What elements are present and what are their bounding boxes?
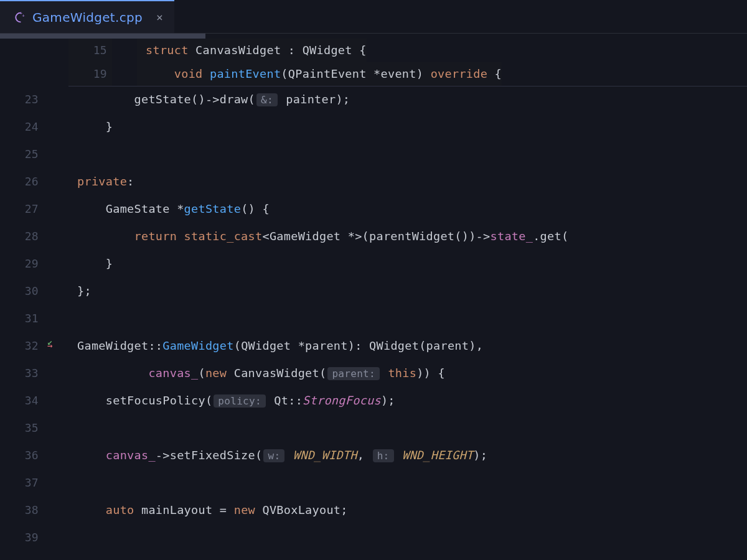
code-line[interactable]: } bbox=[68, 250, 747, 278]
inlay-hint: &: bbox=[256, 93, 278, 106]
code-line[interactable]: private: bbox=[68, 168, 747, 195]
close-icon[interactable]: × bbox=[156, 11, 163, 24]
code-line[interactable]: } bbox=[68, 113, 747, 141]
gutter-markers: ↙→ bbox=[44, 39, 68, 560]
code-line[interactable] bbox=[68, 141, 747, 168]
line-number[interactable]: 25 bbox=[0, 141, 44, 168]
line-number[interactable]: 15 bbox=[68, 39, 112, 62]
code-line[interactable]: GameState *getState() { bbox=[68, 195, 747, 223]
line-number[interactable]: 38 bbox=[0, 497, 44, 524]
code-line[interactable]: }; bbox=[68, 278, 747, 305]
line-number[interactable]: 32 bbox=[0, 332, 44, 360]
code-line[interactable] bbox=[68, 469, 747, 497]
line-number[interactable]: 37 bbox=[0, 469, 44, 497]
code-line[interactable]: canvas_(new CanvasWidget(parent: this)) … bbox=[68, 360, 747, 387]
code-line[interactable]: return static_cast<GameWidget *>(parentW… bbox=[68, 223, 747, 250]
inlay-hint: policy: bbox=[214, 394, 266, 408]
horizontal-scrollbar-thumb[interactable] bbox=[0, 34, 205, 39]
line-number[interactable]: 34 bbox=[0, 387, 44, 414]
editor-pane: 2324252627282930313233343536373839 ↙→ 15… bbox=[0, 39, 747, 560]
line-number[interactable]: 19 bbox=[68, 62, 112, 86]
code-line[interactable] bbox=[68, 305, 747, 332]
inlay-hint: parent: bbox=[327, 367, 380, 380]
line-number[interactable]: 35 bbox=[0, 414, 44, 442]
tab-bar: + + GameWidget.cpp × bbox=[0, 0, 747, 34]
line-number[interactable]: 33 bbox=[0, 360, 44, 387]
recursive-call-marker[interactable]: ↙→ bbox=[47, 337, 65, 350]
line-number[interactable]: 31 bbox=[0, 305, 44, 332]
svg-text:+: + bbox=[22, 13, 25, 19]
code-line[interactable]: GameWidget::GameWidget(QWidget *parent):… bbox=[68, 332, 747, 360]
code-line[interactable]: auto mainLayout = new QVBoxLayout; bbox=[68, 497, 747, 524]
code-line[interactable]: struct CanvasWidget : QWidget { bbox=[137, 39, 367, 62]
line-number[interactable]: 24 bbox=[0, 113, 44, 141]
tab-filename: GameWidget.cpp bbox=[32, 10, 143, 25]
line-number[interactable]: 30 bbox=[0, 278, 44, 305]
line-number[interactable]: 28 bbox=[0, 223, 44, 250]
code-line[interactable] bbox=[68, 524, 747, 551]
line-number[interactable]: 26 bbox=[0, 168, 44, 195]
line-number[interactable]: 29 bbox=[0, 250, 44, 278]
inlay-hint: w: bbox=[263, 449, 284, 462]
horizontal-scrollbar-track[interactable] bbox=[0, 34, 747, 39]
code-content: getState()->draw(&: painter); }private: … bbox=[68, 86, 747, 551]
cpp-file-icon: + + bbox=[11, 11, 25, 24]
code-area[interactable]: 15struct CanvasWidget : QWidget {19 void… bbox=[68, 39, 747, 560]
sticky-header[interactable]: 15struct CanvasWidget : QWidget {19 void… bbox=[68, 39, 747, 86]
code-line[interactable]: canvas_->setFixedSize(w: WND_WIDTH, h: W… bbox=[68, 442, 747, 469]
code-line[interactable]: setFocusPolicy(policy: Qt::StrongFocus); bbox=[68, 387, 747, 414]
line-number[interactable]: 23 bbox=[0, 86, 44, 113]
line-number[interactable]: 39 bbox=[0, 524, 44, 551]
code-line[interactable] bbox=[68, 414, 747, 442]
line-number[interactable]: 27 bbox=[0, 195, 44, 223]
inlay-hint: h: bbox=[373, 449, 394, 462]
line-number-gutter: 2324252627282930313233343536373839 bbox=[0, 39, 44, 560]
tab-gamewidget[interactable]: + + GameWidget.cpp × bbox=[0, 0, 174, 33]
code-line[interactable]: void paintEvent(QPaintEvent *event) over… bbox=[137, 62, 502, 86]
code-line[interactable]: getState()->draw(&: painter); bbox=[68, 86, 747, 113]
line-number[interactable]: 36 bbox=[0, 442, 44, 469]
